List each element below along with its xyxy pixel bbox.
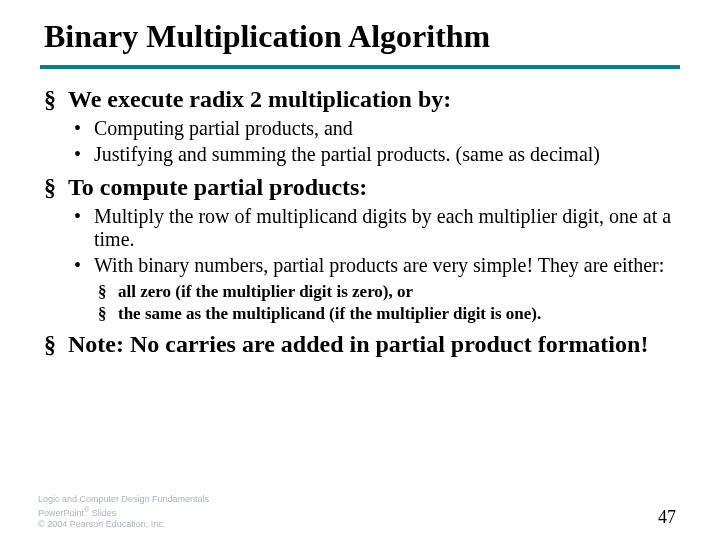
bullet-list: We execute radix 2 multiplication by: Co… — [40, 85, 680, 359]
bullet-1-text: We execute radix 2 multiplication by: — [68, 86, 451, 112]
bullet-1: We execute radix 2 multiplication by: Co… — [40, 85, 680, 167]
slide-title: Binary Multiplication Algorithm — [40, 18, 680, 55]
bullet-2: To compute partial products: Multiply th… — [40, 173, 680, 325]
bullet-2-2-1: all zero (if the multiplier digit is zer… — [94, 282, 680, 302]
bullet-2-text: To compute partial products: — [68, 174, 367, 200]
footer-line-2: PowerPoint® Slides — [38, 506, 209, 519]
bullet-2-2-2: the same as the multiplicand (if the mul… — [94, 304, 680, 324]
footer-line-1: Logic and Computer Design Fundamentals — [38, 494, 209, 505]
footer-credit: Logic and Computer Design Fundamentals P… — [38, 494, 209, 530]
bullet-1-2: Justifying and summing the partial produ… — [68, 143, 680, 167]
title-rule — [40, 65, 680, 69]
bullet-2-sublist: Multiply the row of multiplicand digits … — [68, 205, 680, 325]
bullet-2-2-sublist: all zero (if the multiplier digit is zer… — [94, 282, 680, 325]
bullet-2-2: With binary numbers, partial products ar… — [68, 254, 680, 324]
bullet-1-1: Computing partial products, and — [68, 117, 680, 141]
bullet-2-1: Multiply the row of multiplicand digits … — [68, 205, 680, 252]
bullet-3: Note: No carries are added in partial pr… — [40, 330, 680, 358]
footer-product: PowerPoint — [38, 508, 84, 518]
slide: Binary Multiplication Algorithm We execu… — [0, 0, 720, 359]
footer-line-3: © 2004 Pearson Education, Inc. — [38, 519, 209, 530]
bullet-1-sublist: Computing partial products, and Justifyi… — [68, 117, 680, 166]
footer-slides-label: Slides — [89, 508, 116, 518]
page-number: 47 — [658, 507, 676, 528]
bullet-2-2-text: With binary numbers, partial products ar… — [94, 254, 664, 276]
